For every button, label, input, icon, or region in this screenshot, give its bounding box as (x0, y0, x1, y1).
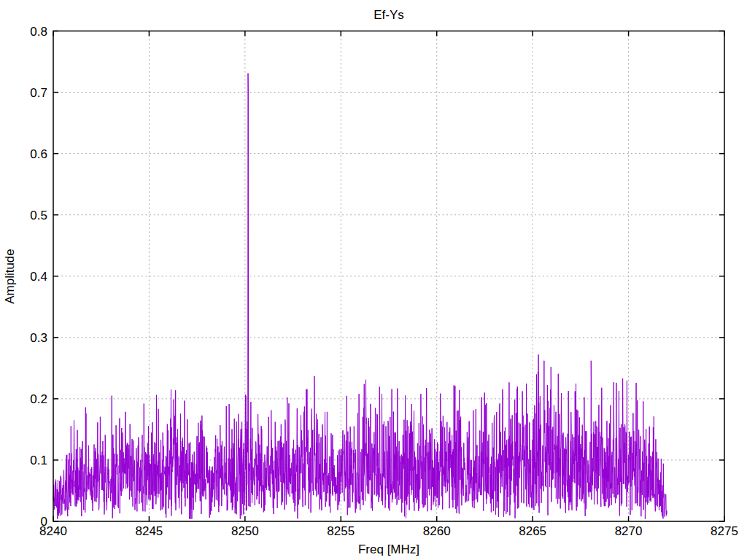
plot-area (0, 0, 747, 560)
chart-title: Ef-Ys (53, 8, 724, 23)
spectrum-chart: Ef-Ys Amplitude Freq [MHz] 8240824582508… (0, 0, 747, 560)
y-tick-label: 0.1 (0, 454, 47, 467)
y-tick-label: 0.6 (0, 148, 47, 160)
y-tick-label: 0.5 (0, 209, 47, 222)
y-tick-label: 0.4 (0, 271, 47, 283)
x-tick-label: 8245 (136, 524, 163, 539)
y-tick-label: 0.3 (0, 332, 47, 344)
y-tick-label: 0 (0, 516, 47, 528)
x-tick-label: 8275 (711, 524, 738, 539)
x-tick-label: 8260 (423, 524, 451, 539)
y-tick-label: 0.2 (0, 393, 47, 405)
x-tick-label: 8270 (615, 524, 643, 539)
series-path (53, 74, 667, 519)
y-tick-label: 0.7 (0, 87, 47, 99)
x-tick-label: 8265 (519, 524, 546, 539)
x-tick-label: 8250 (231, 524, 259, 539)
x-tick-label: 8255 (327, 524, 355, 539)
y-tick-label: 0.8 (0, 26, 47, 38)
x-axis-label: Freq [MHz] (53, 542, 724, 557)
